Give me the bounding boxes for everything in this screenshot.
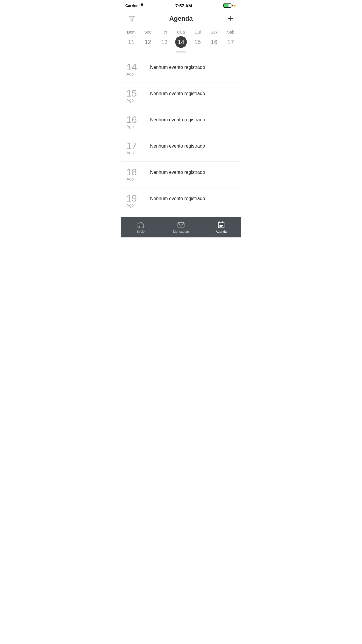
- day-label: Qui: [194, 30, 201, 34]
- day-number[interactable]: 16: [208, 36, 220, 48]
- event-row: 18AgoNenhum evento registrado: [121, 162, 241, 188]
- status-time: 7:57 AM: [175, 3, 192, 8]
- event-day-number: 19: [126, 194, 137, 203]
- tab-inicio[interactable]: Início: [121, 218, 161, 233]
- event-row: 19AgoNenhum evento registrado: [121, 188, 241, 214]
- week-day-cell[interactable]: Seg12: [140, 30, 155, 48]
- calendar-week: Dom11Seg12Ter13Qua14Qui15Sex16Sab17: [121, 27, 241, 54]
- events-list[interactable]: 14AgoNenhum evento registrado15AgoNenhum…: [121, 54, 241, 217]
- wifi-icon: [140, 4, 144, 8]
- tab-mensagem[interactable]: Mensagem: [161, 218, 201, 233]
- svg-rect-4: [218, 222, 224, 228]
- carrier-label: Carrier: [125, 4, 138, 8]
- day-number[interactable]: 15: [192, 36, 203, 48]
- event-row: 15AgoNenhum evento registrado: [121, 83, 241, 109]
- day-number[interactable]: 12: [142, 36, 154, 48]
- day-label: Ter: [161, 30, 167, 34]
- mensagem-tab-icon: [177, 221, 185, 229]
- add-event-button[interactable]: [225, 13, 236, 24]
- filter-button[interactable]: [126, 13, 137, 24]
- event-month: Ago: [126, 203, 134, 208]
- event-day-number: 16: [126, 115, 137, 124]
- day-label: Sab: [227, 30, 234, 34]
- week-day-cell[interactable]: Qua14: [174, 30, 188, 48]
- event-day-number: 15: [126, 89, 137, 98]
- day-number[interactable]: 11: [125, 36, 137, 48]
- inicio-tab-label: Início: [137, 230, 145, 233]
- event-content: Nenhum evento registrado: [145, 89, 236, 96]
- event-date: 16Ago: [126, 115, 145, 129]
- agenda-tab-icon: [217, 221, 225, 229]
- week-day-cell[interactable]: Qui15: [190, 30, 205, 48]
- agenda-tab-label: Agenda: [216, 230, 227, 233]
- event-row: 14AgoNenhum evento registrado: [121, 57, 241, 83]
- event-empty-text: Nenhum evento registrado: [150, 91, 205, 96]
- event-empty-text: Nenhum evento registrado: [150, 117, 205, 122]
- event-day-number: 14: [126, 62, 137, 72]
- status-right: ⚡: [223, 4, 237, 8]
- week-day-cell[interactable]: Sab17: [223, 30, 238, 48]
- tab-agenda[interactable]: Agenda: [201, 218, 241, 233]
- event-row: 17AgoNenhum evento registrado: [121, 135, 241, 162]
- day-label: Sex: [211, 30, 218, 34]
- day-label: Qua: [177, 30, 185, 34]
- event-day-number: 18: [126, 167, 137, 177]
- event-content: Nenhum evento registrado: [145, 194, 236, 201]
- mensagem-tab-label: Mensagem: [173, 230, 189, 233]
- event-month: Ago: [126, 98, 134, 103]
- week-day-cell[interactable]: Ter13: [157, 30, 172, 48]
- tab-bar: Início Mensagem Agenda: [121, 217, 241, 237]
- header: Agenda: [121, 10, 241, 27]
- event-content: Nenhum evento registrado: [145, 62, 236, 70]
- event-month: Ago: [126, 177, 134, 181]
- svg-marker-0: [129, 16, 134, 21]
- event-empty-text: Nenhum evento registrado: [150, 144, 205, 148]
- event-month: Ago: [126, 124, 134, 129]
- event-empty-text: Nenhum evento registrado: [150, 65, 205, 70]
- event-empty-text: Nenhum evento registrado: [150, 170, 205, 175]
- event-empty-text: Nenhum evento registrado: [150, 196, 205, 201]
- scroll-indicator: [121, 49, 241, 54]
- inicio-tab-icon: [137, 221, 145, 229]
- day-number[interactable]: 13: [159, 36, 170, 48]
- event-month: Ago: [126, 72, 134, 76]
- battery-icon: [223, 4, 231, 8]
- day-label: Dom: [127, 30, 136, 34]
- week-day-cell[interactable]: Dom11: [124, 30, 138, 48]
- bolt-icon: ⚡: [233, 4, 237, 8]
- event-content: Nenhum evento registrado: [145, 141, 236, 149]
- day-label: Seg: [144, 30, 152, 34]
- event-row: 16AgoNenhum evento registrado: [121, 109, 241, 135]
- event-date: 18Ago: [126, 167, 145, 181]
- day-number[interactable]: 17: [225, 36, 236, 48]
- event-date: 14Ago: [126, 62, 145, 76]
- event-content: Nenhum evento registrado: [145, 167, 236, 175]
- page-title: Agenda: [169, 15, 193, 22]
- event-day-number: 17: [126, 141, 137, 150]
- svg-rect-3: [178, 223, 184, 227]
- event-month: Ago: [126, 150, 134, 155]
- event-date: 17Ago: [126, 141, 145, 155]
- event-date: 19Ago: [126, 194, 145, 208]
- event-date: 15Ago: [126, 89, 145, 103]
- event-content: Nenhum evento registrado: [145, 115, 236, 123]
- week-days-row: Dom11Seg12Ter13Qua14Qui15Sex16Sab17: [121, 29, 241, 49]
- status-bar: Carrier 7:57 AM ⚡: [121, 0, 241, 10]
- status-left: Carrier: [125, 4, 144, 8]
- day-number[interactable]: 14: [175, 36, 187, 48]
- week-day-cell[interactable]: Sex16: [207, 30, 222, 48]
